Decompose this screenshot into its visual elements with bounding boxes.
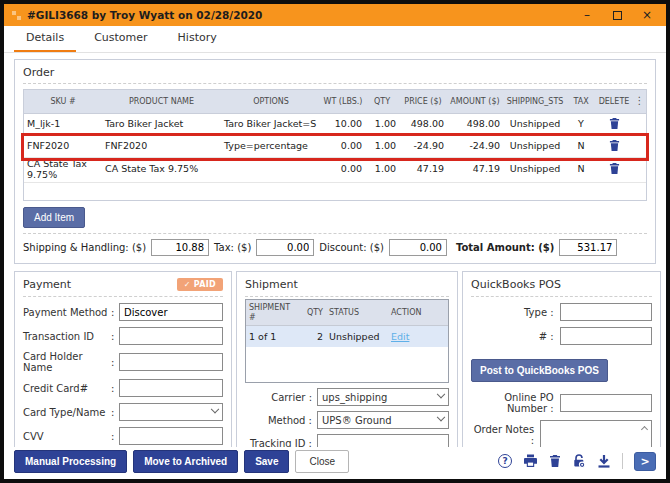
save-button[interactable]: Save xyxy=(244,450,289,473)
delete-icon[interactable] xyxy=(549,454,561,468)
cell-amount: -24.90 xyxy=(447,140,503,153)
shipment-table-header: SHIPMENT # QTY STATUS ACTION xyxy=(246,300,448,326)
close-icon: × xyxy=(642,8,652,22)
cell-options: Type=percentage xyxy=(221,140,321,153)
paid-badge: ✓ PAID xyxy=(177,278,223,291)
add-item-button[interactable]: Add Item xyxy=(23,207,85,228)
next-order-button[interactable]: > xyxy=(634,452,656,471)
qb-type-input[interactable] xyxy=(560,303,653,321)
order-row-1[interactable]: M_ljk-1 Taro Biker Jacket Taro Biker Jac… xyxy=(24,114,646,136)
chevron-right-icon: > xyxy=(640,455,649,468)
cell-product: FNF2020 xyxy=(102,140,221,153)
cell-weight: 0.00 xyxy=(321,140,365,153)
tab-customer[interactable]: Customer xyxy=(82,26,159,52)
cell-sku: CA State Tax 9.75% xyxy=(24,158,102,182)
title-bar: #GILI3668 by Troy Wyatt on 02/28/2020 – … xyxy=(4,4,666,26)
tab-details[interactable]: Details xyxy=(14,26,76,52)
order-notes-textarea[interactable] xyxy=(540,420,652,447)
order-row-2-highlighted[interactable]: FNF2020 FNF2020 Type=percentage 0.00 1.0… xyxy=(24,136,646,158)
col-price: PRICE ($) xyxy=(399,90,447,113)
card-type-select[interactable] xyxy=(119,403,223,421)
column-menu-icon[interactable]: ⋮ xyxy=(633,90,646,113)
window-title: #GILI3668 by Troy Wyatt on 02/28/2020 xyxy=(27,9,262,21)
close-button[interactable]: × xyxy=(632,5,662,25)
cell-delete xyxy=(595,138,633,156)
move-to-archived-button[interactable]: Move to Archived xyxy=(133,450,238,473)
cell-amount: 498.00 xyxy=(447,118,503,131)
cvv-input[interactable] xyxy=(119,427,223,445)
credit-card-input[interactable] xyxy=(119,379,223,397)
minimize-button[interactable]: – xyxy=(572,5,602,25)
minimize-icon: – xyxy=(584,8,590,22)
cell-shipping-status: Unshipped xyxy=(503,140,567,153)
cell-shipping-status: Unshipped xyxy=(503,118,567,131)
cell-amount: 47.19 xyxy=(447,163,503,176)
unlock-icon[interactable] xyxy=(572,454,586,468)
col-shipping-status: SHIPPING_STS xyxy=(503,90,567,113)
carrier-value: ups_shipping xyxy=(322,392,387,403)
method-label: Method : xyxy=(245,415,317,426)
trash-icon[interactable] xyxy=(609,117,620,130)
total-amount-input[interactable] xyxy=(559,239,617,256)
chevron-down-icon xyxy=(437,413,445,421)
app-icon xyxy=(12,11,21,20)
discount-input[interactable] xyxy=(389,239,447,256)
trash-icon[interactable] xyxy=(609,162,620,175)
online-po-number-input[interactable] xyxy=(560,394,653,412)
cell-product: CA State Tax 9.75% xyxy=(102,163,221,176)
payment-method-input[interactable] xyxy=(119,303,223,321)
payment-panel: Payment ✓ PAID Payment Method : Transact… xyxy=(14,271,232,447)
qb-number-input[interactable] xyxy=(560,327,653,345)
col-shipment-status: STATUS xyxy=(326,306,388,320)
cell-qty: 1.00 xyxy=(365,118,399,131)
shipment-table: SHIPMENT # QTY STATUS ACTION 1 of 1 2 Un… xyxy=(245,299,449,383)
shipping-handling-label: Shipping & Handling: ($) xyxy=(23,242,146,253)
maximize-button[interactable] xyxy=(602,5,632,25)
cell-shipping-status: Unshipped xyxy=(503,163,567,176)
order-table: SKU # PRODUCT NAME OPTIONS WT (LBS.) QTY… xyxy=(23,89,647,201)
order-row-3[interactable]: CA State Tax 9.75% CA State Tax 9.75% 0.… xyxy=(24,158,646,183)
cell-shipment-number: 1 of 1 xyxy=(246,330,298,343)
download-icon[interactable] xyxy=(597,455,611,468)
card-holder-name-input[interactable] xyxy=(119,353,223,371)
tracking-id-input[interactable] xyxy=(317,434,449,447)
close-dialog-button[interactable]: Close xyxy=(295,450,349,473)
cell-price: 47.19 xyxy=(399,163,447,176)
help-icon[interactable]: ? xyxy=(498,454,512,468)
method-select[interactable]: UPS® Ground xyxy=(317,411,449,429)
discount-label: Discount: ($) xyxy=(319,242,384,253)
detail-panels: Payment ✓ PAID Payment Method : Transact… xyxy=(14,271,656,447)
method-value: UPS® Ground xyxy=(322,415,392,426)
chevron-down-icon xyxy=(437,390,445,398)
cell-weight: 0.00 xyxy=(321,163,365,176)
carrier-select[interactable]: ups_shipping xyxy=(317,388,449,406)
col-sku: SKU # xyxy=(24,90,102,113)
transaction-id-input[interactable] xyxy=(119,327,223,345)
dialog-content: Order SKU # PRODUCT NAME OPTIONS WT (LBS… xyxy=(4,53,666,447)
print-icon[interactable] xyxy=(523,454,538,468)
post-to-quickbooks-button[interactable]: Post to QuickBooks POS xyxy=(471,359,608,382)
tab-history[interactable]: History xyxy=(166,26,229,52)
shipping-handling-input[interactable] xyxy=(151,239,209,256)
col-options: OPTIONS xyxy=(221,90,321,113)
edit-shipment-link[interactable]: Edit xyxy=(391,331,409,342)
cell-price: 498.00 xyxy=(399,118,447,131)
cell-shipment-qty: 2 xyxy=(298,330,326,343)
tab-bar: Details Customer History xyxy=(4,26,666,53)
payment-section-label: Payment xyxy=(23,278,71,291)
col-amount: AMOUNT ($) xyxy=(447,90,503,113)
tax-input[interactable] xyxy=(256,239,314,256)
manual-processing-button[interactable]: Manual Processing xyxy=(14,450,127,473)
col-shipment-qty: QTY xyxy=(298,306,326,320)
tax-label: Tax: ($) xyxy=(214,242,251,253)
card-holder-name-label: Card Holder Name xyxy=(23,351,111,373)
total-amount-label: Total Amount: ($) xyxy=(456,242,554,253)
online-po-number-label: Online PO Number : xyxy=(471,392,560,414)
scroll-up-icon[interactable] xyxy=(641,426,648,433)
col-qty: QTY xyxy=(365,90,399,113)
footer-bar: Manual Processing Move to Archived Save … xyxy=(4,447,666,479)
cell-options: Taro Biker Jacket=S xyxy=(221,118,321,131)
order-section-label: Order xyxy=(23,64,647,83)
trash-icon[interactable] xyxy=(609,139,620,152)
window-controls: – × xyxy=(572,5,662,25)
